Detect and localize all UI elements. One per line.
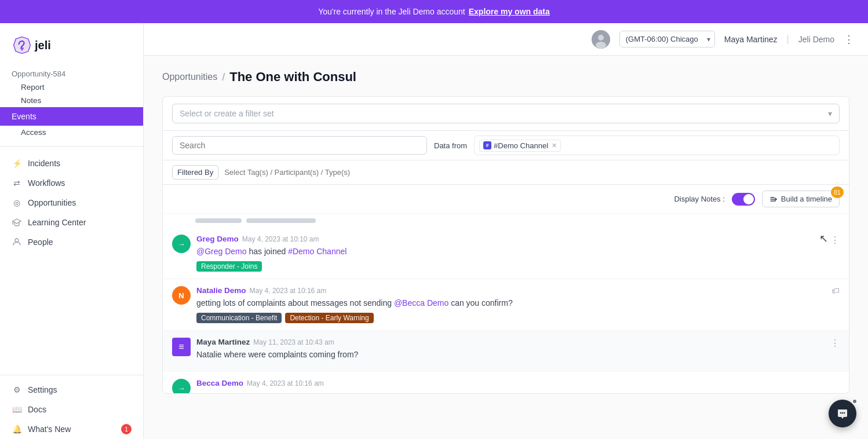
greg-demo-avatar: →	[172, 235, 191, 253]
logo[interactable]: jeli	[0, 23, 143, 63]
natalie-body: Natalie Demo May 4, 2023 at 10:16 am get…	[196, 286, 840, 323]
display-notes-label: Display Notes :	[674, 195, 724, 203]
filtered-by-label: Filtered By	[172, 165, 218, 180]
natalie-text-prefix: getting lots of complaints about message…	[196, 298, 394, 308]
header-more-button[interactable]: ⋮	[844, 33, 854, 46]
maya-author: Maya Martinez	[196, 338, 250, 346]
sidebar-item-opportunities[interactable]: ◎ Opportunities	[0, 193, 143, 213]
timezone-select[interactable]: (GMT-06:00) Chicago	[619, 31, 715, 47]
learning-center-icon	[12, 217, 22, 228]
communication-benefit-tag: Communication - Benefit	[196, 313, 282, 323]
header-account: Jeli Demo	[798, 35, 834, 44]
demo-channel-mention: #Demo Channel	[288, 247, 347, 256]
whats-new-badge: 1	[121, 424, 132, 434]
page-content: Opportunities / The One with Consul Sele…	[144, 56, 868, 439]
cursor-icon: ↖	[819, 232, 828, 245]
incidents-icon: ⚡	[12, 158, 22, 169]
events-panel: Select or create a filter set ▾ Data fro…	[162, 96, 849, 394]
channel-tag-remove-button[interactable]: ✕	[552, 142, 557, 149]
timezone-selector[interactable]: (GMT-06:00) Chicago	[619, 31, 715, 47]
greg-join-more-button[interactable]: ⋮	[830, 235, 840, 246]
svg-point-5	[840, 412, 841, 414]
header-username: Maya Martinez	[724, 35, 778, 44]
banner-text: You're currently in the Jeli Demo accoun…	[318, 7, 465, 16]
natalie-author: Natalie Demo	[196, 286, 246, 295]
svg-point-3	[598, 35, 604, 41]
demo-channel-tag: # #Demo Channel ✕	[479, 140, 561, 152]
jeli-logo-icon	[12, 35, 32, 56]
filter-tags-input[interactable]	[224, 168, 840, 177]
sidebar-item-notes[interactable]: Notes	[0, 94, 143, 107]
event-item-greg-join: → Greg Demo May 4, 2023 at 10:10 am @Gre…	[163, 228, 849, 279]
svg-point-6	[842, 412, 843, 414]
sidebar-item-access[interactable]: Access	[0, 126, 143, 139]
display-notes-toggle[interactable]	[732, 193, 755, 206]
sidebar-item-events[interactable]: Events	[0, 107, 143, 126]
maya-time: May 11, 2023 at 10:43 am	[253, 338, 334, 346]
filtered-by-row: Filtered By	[163, 160, 849, 185]
maya-text: Natalie where were complaints coming fro…	[196, 349, 840, 361]
main-content: (GMT-06:00) Chicago Maya Martinez | Jeli…	[144, 23, 868, 439]
maya-more-button[interactable]: ⋮	[830, 338, 840, 349]
filter-set-select[interactable]: Select or create a filter set ▾	[172, 104, 840, 123]
timeline-count-badge: 81	[831, 186, 844, 198]
natalie-time: May 4, 2023 at 10:16 am	[250, 287, 327, 295]
svg-point-0	[21, 49, 23, 51]
sidebar-item-learning-center[interactable]: Learning Center	[0, 213, 143, 232]
settings-icon: ⚙	[12, 385, 22, 395]
truncated-pill-1	[195, 218, 242, 223]
breadcrumb-separator: /	[222, 71, 225, 83]
feed-header: Display Notes : Build a timeline 81	[163, 185, 849, 214]
sidebar-item-docs[interactable]: 📖 Docs	[0, 400, 143, 419]
header-divider: |	[787, 34, 789, 45]
docs-icon: 📖	[12, 404, 22, 415]
user-avatar-image	[592, 30, 610, 49]
timeline-icon	[769, 195, 778, 203]
sidebar-item-people[interactable]: People	[0, 232, 143, 252]
greg-mention: @Greg Demo	[196, 247, 247, 256]
sidebar-item-settings[interactable]: ⚙ Settings	[0, 380, 143, 400]
chat-button[interactable]	[829, 400, 856, 427]
sidebar: jeli Opportunity-584 Report Notes Events…	[0, 23, 144, 439]
search-input[interactable]	[172, 136, 427, 155]
becca-time: May 4, 2023 at 10:16 am	[247, 379, 324, 387]
sidebar-item-whats-new[interactable]: 🔔 What's New 1	[0, 419, 143, 439]
chat-button-indicator	[852, 398, 858, 404]
channel-tag-label: #Demo Channel	[494, 141, 548, 150]
opportunity-label[interactable]: Opportunity-584	[0, 65, 143, 81]
greg-join-time: May 4, 2023 at 10:10 am	[242, 235, 319, 243]
opportunity-section: Opportunity-584 Report Notes Events Acce…	[0, 63, 143, 141]
build-timeline-button[interactable]: Build a timeline 81	[762, 191, 840, 207]
greg-join-tags: Responder - Joins	[196, 261, 840, 272]
data-from-label: Data from	[434, 141, 467, 150]
becca-avatar: →	[172, 379, 191, 393]
page-title: The One with Consul	[229, 69, 356, 85]
explore-own-data-link[interactable]: Explore my own data	[469, 7, 550, 16]
event-item-becca-inner: → Becca Demo May 4, 2023 at 10:16 am	[172, 379, 840, 393]
data-from-area: # #Demo Channel ✕	[474, 136, 840, 155]
maya-body: Maya Martinez May 11, 2023 at 10:43 am N…	[196, 338, 840, 364]
event-item-greg-join-inner: → Greg Demo May 4, 2023 at 10:10 am @Gre…	[172, 235, 840, 272]
detection-early-warning-tag: Detection - Early Warning	[285, 313, 373, 323]
truncated-pill-2	[246, 218, 316, 223]
sidebar-item-incidents[interactable]: ⚡ Incidents	[0, 153, 143, 173]
breadcrumb-parent[interactable]: Opportunities	[162, 72, 217, 82]
maya-text-content: Natalie where were complaints coming fro…	[196, 350, 358, 359]
search-data-row: Data from # #Demo Channel ✕	[163, 131, 849, 160]
greg-join-text-part: has joined	[249, 247, 288, 256]
nav-section: ⚡ Incidents ⇄ Workflows ◎ Opportunities …	[0, 151, 143, 254]
sidebar-item-workflows[interactable]: ⇄ Workflows	[0, 173, 143, 193]
natalie-avatar: N	[172, 286, 191, 305]
truncated-bars	[163, 214, 849, 228]
sidebar-item-report[interactable]: Report	[0, 81, 143, 94]
avatar	[592, 30, 610, 49]
sidebar-bottom: ⚙ Settings 📖 Docs 🔔 What's New 1	[0, 370, 143, 439]
responder-joins-tag: Responder - Joins	[196, 261, 262, 272]
build-timeline-label: Build a timeline	[781, 195, 832, 203]
natalie-pin-button[interactable]: 🏷	[831, 286, 840, 295]
natalie-text: getting lots of complaints about message…	[196, 297, 840, 309]
filter-set-placeholder: Select or create a filter set	[180, 109, 274, 118]
event-item-natalie: N Natalie Demo May 4, 2023 at 10:16 am g…	[163, 279, 849, 331]
top-header: (GMT-06:00) Chicago Maya Martinez | Jeli…	[144, 23, 868, 56]
sidebar-divider-1	[0, 146, 143, 147]
